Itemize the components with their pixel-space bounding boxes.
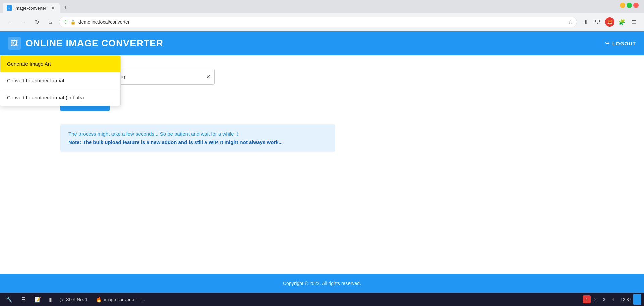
dropdown-item-convert-format[interactable]: Convert to another format: [0, 72, 120, 89]
minimize-button[interactable]: –: [620, 3, 625, 8]
home-button[interactable]: ⌂: [46, 17, 55, 27]
firefox-icon: 🔥: [96, 296, 102, 303]
taskbar-num-4[interactable]: 4: [609, 295, 617, 303]
bookmark-icon[interactable]: ☆: [568, 19, 573, 25]
copyright-text: Copyright © 2022. All rights reserved.: [283, 281, 361, 286]
info-light-text: The process might take a few seconds... …: [68, 131, 327, 137]
shell-label: Shell No. 1: [66, 297, 88, 302]
app-title: ONLINE IMAGE CONVERTER: [25, 38, 163, 49]
taskbar-end-indicator: [633, 294, 641, 305]
taskbar-item-editor[interactable]: 📝: [31, 294, 44, 305]
tab-close-button[interactable]: ✕: [50, 5, 56, 11]
display-icon: 🖥: [21, 296, 26, 302]
taskbar-num-3[interactable]: 3: [600, 295, 608, 303]
logout-button[interactable]: ↪ LOGOUT: [605, 40, 636, 46]
editor-icon: 📝: [34, 296, 41, 303]
taskbar-item-firefox[interactable]: 🔥 image-converter —...: [92, 294, 148, 305]
app-logo: 🖼: [8, 37, 21, 50]
firefox-label: image-converter —...: [104, 297, 145, 302]
url-icon: 🔒: [70, 20, 76, 25]
app-footer: Copyright © 2022. All rights reserved.: [0, 274, 644, 293]
app-title-area: 🖼 ONLINE IMAGE CONVERTER: [8, 37, 163, 50]
main-content: Upload a file 📷 Screenshot...verter.png …: [0, 55, 644, 274]
info-bold-text: Note: The bulk upload feature is a new a…: [68, 139, 327, 145]
taskbar-num-2[interactable]: 2: [591, 295, 599, 303]
url-text: demo.ine.local/converter: [78, 19, 565, 25]
reload-button[interactable]: ↻: [32, 17, 42, 27]
terminal-icon: ▮: [49, 296, 52, 303]
logo-icon: 🖼: [11, 39, 18, 48]
taskbar-item-terminal[interactable]: ▮: [46, 294, 55, 305]
tab-favicon: ✓: [7, 5, 12, 11]
close-button[interactable]: ✕: [633, 3, 639, 8]
clear-upload-button[interactable]: ✕: [206, 74, 210, 80]
back-button[interactable]: ←: [5, 17, 15, 27]
logout-icon: ↪: [605, 40, 610, 46]
submit-section: SUBMIT: [60, 96, 584, 111]
taskbar-item-display[interactable]: 🖥: [17, 294, 30, 305]
profile-button[interactable]: 🦊: [605, 17, 614, 27]
shield-button[interactable]: 🛡: [593, 17, 602, 27]
taskbar-time: 12:37: [620, 297, 631, 302]
maximize-button[interactable]: □: [627, 3, 632, 8]
dropdown-item-convert-bulk[interactable]: Convert to another format (in bulk): [0, 89, 120, 106]
taskbar: 🔧 🖥 📝 ▮ ▷ Shell No. 1 🔥 image-converter …: [0, 293, 644, 306]
taskbar-item-tools[interactable]: 🔧: [3, 294, 16, 305]
logout-label: LOGOUT: [612, 41, 636, 46]
taskbar-right: 1 2 3 4 12:37: [583, 294, 641, 305]
new-tab-button[interactable]: +: [61, 3, 70, 13]
shell-icon: ▷: [60, 296, 64, 303]
download-button[interactable]: ⬇: [581, 17, 590, 27]
dropdown-item-generate-art[interactable]: Generate Image Art: [0, 56, 120, 72]
conversion-dropdown: Generate Image Art Convert to another fo…: [0, 55, 121, 106]
security-icon: 🛡: [63, 20, 68, 25]
app-header: 🖼 ONLINE IMAGE CONVERTER ↪ LOGOUT: [0, 31, 644, 55]
forward-button[interactable]: →: [19, 17, 28, 27]
info-box: The process might take a few seconds... …: [60, 124, 335, 152]
tab-title: image-converter: [15, 6, 46, 11]
address-bar[interactable]: 🛡 🔒 demo.ine.local/converter ☆: [59, 17, 577, 27]
browser-tab[interactable]: ✓ image-converter ✕: [3, 3, 60, 13]
menu-button[interactable]: ☰: [629, 17, 639, 27]
tools-icon: 🔧: [6, 296, 13, 303]
taskbar-num-1[interactable]: 1: [583, 295, 591, 303]
extensions-button[interactable]: 🧩: [617, 17, 627, 27]
taskbar-item-shell[interactable]: ▷ Shell No. 1: [57, 294, 91, 305]
